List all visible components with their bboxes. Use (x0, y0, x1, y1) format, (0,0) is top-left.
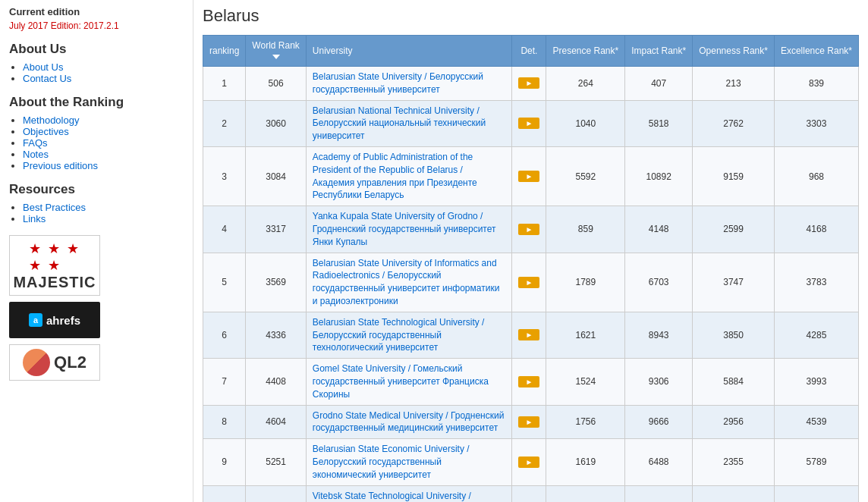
list-item: About Us (23, 61, 184, 73)
university-name-link[interactable]: Academy of Public Administration of the … (313, 152, 477, 200)
cell-ranking: 3 (203, 146, 246, 206)
sidebar-link[interactable]: Methodology (23, 115, 79, 126)
sidebar-link[interactable]: Objectives (23, 126, 69, 137)
cell-university[interactable]: Academy of Public Administration of the … (306, 146, 512, 206)
cell-world-rank: 4336 (246, 312, 306, 358)
cell-det[interactable]: ► (512, 100, 546, 146)
university-name-link[interactable]: Gomel State University / Гомельский госу… (313, 363, 489, 400)
det-button[interactable]: ► (518, 329, 539, 340)
cell-openness: 2762 (693, 100, 775, 146)
cell-impact: 6703 (625, 253, 693, 312)
table-row: 23060Belarusian National Technical Unive… (203, 100, 859, 146)
ql2-logo[interactable]: QL2 (9, 344, 100, 381)
cell-university[interactable]: Belarusian State University of Informati… (306, 253, 512, 312)
presence-link[interactable]: Presence Rank* (552, 45, 618, 56)
edition-date: July 2017 Edition: 2017.2.1 (9, 20, 184, 31)
impact-link[interactable]: Impact Rank* (631, 45, 686, 56)
cell-university[interactable]: Gomel State University / Гомельский госу… (306, 359, 512, 405)
col-presence[interactable]: Presence Rank* (546, 36, 625, 67)
university-link[interactable]: University (313, 45, 353, 56)
det-button[interactable]: ► (518, 277, 539, 288)
det-button[interactable]: ► (518, 457, 539, 468)
resources-heading: Resources (9, 182, 184, 197)
cell-world-rank: 506 (246, 67, 306, 101)
ql2-circle-icon (23, 349, 50, 376)
det-button[interactable]: ► (518, 416, 539, 428)
cell-det[interactable]: ► (512, 405, 546, 439)
cell-university[interactable]: Belarusian State Economic University / Б… (306, 439, 512, 485)
university-name-link[interactable]: Belarusian State Technological Universit… (313, 317, 485, 353)
cell-world-rank: 3569 (246, 253, 306, 312)
col-openness[interactable]: Openness Rank* (693, 36, 775, 67)
university-name-link[interactable]: Belarusian State Economic University / Б… (313, 444, 470, 480)
university-name-link[interactable]: Grodno State Medical University / Гродне… (313, 410, 505, 434)
cell-openness: 4095 (693, 485, 775, 502)
cell-det[interactable]: ► (512, 485, 546, 502)
list-item: Objectives (23, 126, 184, 137)
sidebar-link[interactable]: Links (23, 213, 46, 224)
university-name-link[interactable]: Belarusian State University of Informati… (313, 258, 500, 306)
sidebar: Current edition July 2017 Edition: 2017.… (0, 0, 193, 502)
col-det: Det. (512, 36, 546, 67)
sidebar-link[interactable]: About Us (23, 61, 63, 73)
university-name-link[interactable]: Belarusian State University / Белорусски… (313, 71, 483, 95)
university-name-link[interactable]: Yanka Kupala State University of Grodno … (313, 211, 496, 247)
det-button[interactable]: ► (518, 224, 539, 235)
det-button[interactable]: ► (518, 376, 539, 387)
university-name-link[interactable]: Belarusian National Technical University… (313, 105, 486, 142)
cell-impact: 9666 (625, 405, 693, 439)
majestic-logo[interactable]: ★ ★ ★★ ★ MAJESTIC (9, 235, 100, 296)
cell-det[interactable]: ► (512, 67, 546, 101)
det-button[interactable]: ► (518, 77, 539, 89)
cell-presence: 264 (546, 67, 625, 101)
world-rank-link[interactable]: World Rank (252, 40, 299, 51)
resources-links: Best PracticesLinks (9, 202, 184, 224)
sidebar-link[interactable]: Contact Us (23, 73, 71, 84)
table-row: 33084Academy of Public Administration of… (203, 146, 859, 206)
cell-presence: 1621 (546, 312, 625, 358)
cell-ranking: 6 (203, 312, 246, 358)
cell-university[interactable]: Grodno State Medical University / Гродне… (306, 405, 512, 439)
cell-ranking: 8 (203, 405, 246, 439)
sidebar-link[interactable]: Notes (23, 149, 49, 160)
cell-university[interactable]: Yanka Kupala State University of Grodno … (306, 206, 512, 253)
col-excellence[interactable]: Excellence Rank* (774, 36, 858, 67)
cell-det[interactable]: ► (512, 312, 546, 358)
ahrefs-logo[interactable]: a ahrefs (9, 302, 100, 338)
cell-world-rank: 3084 (246, 146, 306, 206)
det-button[interactable]: ► (518, 171, 539, 182)
cell-university[interactable]: Belarusian State University / Белорусски… (306, 67, 512, 101)
cell-det[interactable]: ► (512, 146, 546, 206)
sidebar-link[interactable]: FAQs (23, 137, 48, 149)
cell-det[interactable]: ► (512, 253, 546, 312)
cell-openness: 9159 (693, 146, 775, 206)
about-us-links: About UsContact Us (9, 61, 184, 84)
cell-det[interactable]: ► (512, 359, 546, 405)
col-university[interactable]: University (306, 36, 512, 67)
det-button[interactable]: ► (518, 118, 539, 129)
list-item: Methodology (23, 115, 184, 126)
cell-excellence: 968 (774, 146, 858, 206)
cell-excellence: 4285 (774, 312, 858, 358)
sidebar-link[interactable]: Best Practices (23, 202, 86, 213)
page-title: Belarus (203, 6, 859, 26)
cell-university[interactable]: Belarusian State Technological Universit… (306, 312, 512, 358)
excellence-link[interactable]: Excellence Rank* (781, 45, 852, 56)
col-impact[interactable]: Impact Rank* (625, 36, 693, 67)
col-world-rank[interactable]: World Rank (246, 36, 306, 67)
cell-det[interactable]: ► (512, 206, 546, 253)
cell-det[interactable]: ► (512, 439, 546, 485)
majestic-stars-icon: ★ ★ ★★ ★ (29, 240, 80, 274)
cell-openness: 2599 (693, 206, 775, 253)
cell-university[interactable]: Vitebsk State Technological University /… (306, 485, 512, 502)
list-item: Notes (23, 149, 184, 160)
sidebar-link[interactable]: Previous editions (23, 160, 98, 171)
sort-arrow-icon (272, 55, 280, 59)
openness-link[interactable]: Openness Rank* (699, 45, 768, 56)
cell-excellence: 3783 (774, 253, 858, 312)
cell-world-rank: 3317 (246, 206, 306, 253)
university-name-link[interactable]: Vitebsk State Technological University /… (313, 491, 505, 502)
cell-university[interactable]: Belarusian National Technical University… (306, 100, 512, 146)
cell-presence: 1524 (546, 359, 625, 405)
cell-world-rank: 4604 (246, 405, 306, 439)
